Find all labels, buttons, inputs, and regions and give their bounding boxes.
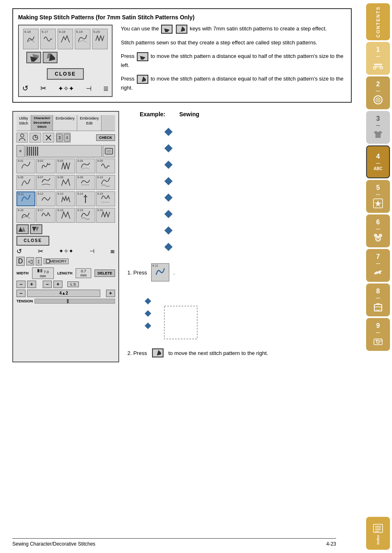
svg-point-14: [376, 237, 378, 239]
stitch-cell-9-20[interactable]: 9-20: [92, 29, 108, 49]
check-button[interactable]: CHECK: [96, 134, 115, 141]
right-step-button-large[interactable]: [30, 224, 42, 234]
sc-9-17[interactable]: 9-17: [36, 208, 55, 223]
memory-label[interactable]: 🔲MEMORY: [44, 258, 69, 264]
svg-marker-60: [164, 210, 173, 218]
circle-arrow-icon-box[interactable]: [30, 133, 41, 143]
scissors-icon: [372, 60, 384, 71]
stitch-cell-9-16[interactable]: 9-16: [23, 29, 39, 49]
sc-9-11[interactable]: 9-11: [16, 191, 35, 206]
sc-9-12[interactable]: 9-12: [36, 191, 55, 206]
tools-icon-box[interactable]: [43, 133, 54, 143]
sidebar-item-index[interactable]: Index: [366, 517, 390, 550]
close-button-large[interactable]: CLOSE: [16, 236, 49, 246]
paragraph1: You can use the keys with 7mm satin stit…: [121, 25, 346, 34]
right-sidebar: CONTENTS 1 — 2 — 3: [364, 0, 392, 553]
bear-icon: [372, 232, 384, 244]
machine-icon: 21: [372, 336, 384, 347]
sidebar-item-3[interactable]: 3 —: [366, 111, 390, 144]
tab-utility-stitch[interactable]: UtilityStitch: [16, 115, 31, 130]
up-down-icon: ↕: [36, 257, 42, 265]
sidebar-item-6[interactable]: 6 —: [366, 214, 390, 247]
stitch-cell-9-17[interactable]: 9-17: [40, 29, 56, 49]
tension-minus-btn[interactable]: −: [16, 290, 25, 297]
sc-9-02[interactable]: 9-02: [36, 159, 55, 173]
tab-embroidery[interactable]: Embroidery: [53, 115, 77, 130]
close-button-top[interactable]: CLOSE: [47, 68, 84, 80]
delete-button[interactable]: DELETE: [95, 270, 115, 277]
tab6-dash: —: [376, 227, 380, 231]
tab-row: UtilityStitch Character/DecorativeStitch…: [16, 115, 115, 131]
left-arrow-icon: [29, 53, 39, 62]
tab-embroidery-edit[interactable]: EmbroideryEdit: [77, 115, 101, 130]
stitch-cell-9-18[interactable]: 9-18: [58, 29, 73, 49]
width-minus-btn[interactable]: −: [16, 281, 25, 288]
sc-9-13[interactable]: 9-13: [56, 191, 75, 206]
sidebar-item-9[interactable]: 9 — 21: [366, 318, 390, 351]
step1-period: .: [173, 270, 175, 276]
length-minus-btn[interactable]: −: [43, 281, 52, 288]
sc-9-04[interactable]: 9-04: [76, 159, 95, 173]
tab2-dash: —: [376, 89, 380, 93]
sc-9-05[interactable]: 9-05: [96, 159, 115, 173]
sidebar-item-5[interactable]: 5 —: [366, 180, 390, 213]
sc-9-01[interactable]: 9-01: [16, 159, 35, 173]
svg-point-36: [21, 134, 24, 137]
right-step-key-step2[interactable]: [152, 348, 164, 357]
sidebar-item-4[interactable]: 4 — ABC: [366, 145, 390, 178]
sc-9-03[interactable]: 9-03: [56, 159, 75, 173]
sidebar-item-2[interactable]: 2 —: [366, 76, 390, 109]
sc-9-14[interactable]: 9-14: [76, 191, 95, 206]
sc-9-09[interactable]: 9-09: [76, 175, 95, 190]
sc-9-06[interactable]: 9-06: [16, 175, 35, 190]
tension-plus-btn[interactable]: +: [106, 290, 115, 297]
stitch-grid-row4: 9-16 9-17 9-18 9-19 9-20: [16, 208, 115, 223]
sidebar-item-1[interactable]: 1 —: [366, 42, 390, 75]
right-step-button-top[interactable]: [43, 52, 58, 63]
person-icon-box[interactable]: [16, 133, 28, 143]
tab6-num: 6: [376, 219, 380, 226]
tab-character-stitch[interactable]: Character/DecorativeStitch: [31, 115, 53, 130]
tab1-num: 1: [376, 46, 380, 53]
length-plus-btn[interactable]: +: [53, 281, 62, 288]
tab7-dash: —: [376, 261, 380, 266]
sc-9-19[interactable]: 9-19: [76, 208, 95, 223]
numbered-icon-box[interactable]: 3 4: [56, 133, 71, 143]
top-stitch-row: 9-16 9-17 9-18: [22, 29, 108, 49]
tension-indicator: [67, 299, 69, 303]
tools-icon: [45, 134, 52, 141]
sc-9-16[interactable]: 9-16: [16, 208, 35, 223]
left-key-p3: [137, 52, 148, 61]
box-icon: [372, 301, 384, 313]
step1-row: 1. Press 9-11 .: [127, 263, 352, 281]
density-icon[interactable]: ≡: [16, 145, 25, 157]
sc-9-08[interactable]: 9-08: [56, 175, 75, 190]
svg-marker-62: [164, 243, 173, 251]
sewing-label: Sewing: [179, 111, 199, 118]
example-label: Example:: [140, 111, 165, 118]
tab3-dash: —: [376, 123, 380, 128]
memory-icon-sm[interactable]: [103, 145, 115, 157]
top-bottom-icons: ↺ ✂ ✦✧✦ ⊣ ≣: [22, 84, 108, 93]
left-step-button-top[interactable]: [26, 52, 41, 63]
width-plus-btn[interactable]: +: [27, 281, 36, 288]
main-content: Making Step Stitch Patterns (for 7mm Sat…: [0, 0, 364, 553]
sc-9-07[interactable]: 9-07: [36, 175, 55, 190]
stitch-9-11-press-button[interactable]: 9-11: [151, 263, 169, 281]
svg-marker-55: [164, 128, 173, 136]
stitch-cell-9-19[interactable]: 9-19: [75, 29, 90, 49]
page-number: 4-23: [326, 541, 336, 547]
sep-icon-sm: ⊣: [90, 248, 95, 254]
sc-9-18[interactable]: 9-18: [56, 208, 75, 223]
left-step-button-large[interactable]: [16, 224, 29, 234]
sidebar-item-8[interactable]: 8 —: [366, 283, 390, 316]
step-diamonds-svg: [160, 124, 201, 255]
svg-text:3: 3: [58, 136, 61, 140]
sidebar-item-contents[interactable]: CONTENTS: [366, 3, 390, 40]
lr-indicator: L S: [67, 281, 79, 287]
right-arrow-icon: [45, 53, 55, 62]
sc-9-15[interactable]: 9-15: [96, 191, 115, 206]
sc-9-10[interactable]: 9-10: [96, 175, 115, 190]
sidebar-item-7[interactable]: 7 —: [366, 249, 390, 282]
sc-9-20[interactable]: 9-20: [96, 208, 115, 223]
